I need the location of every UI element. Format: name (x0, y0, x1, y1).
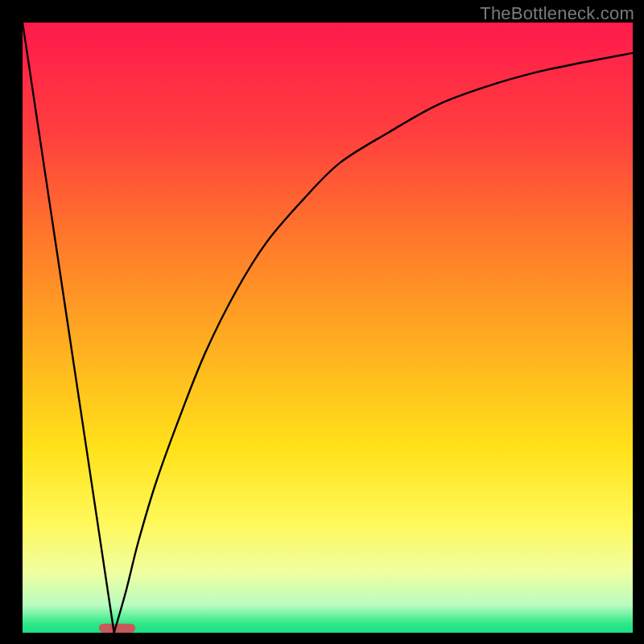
chart-container: TheBottleneck.com (0, 0, 644, 644)
series-right-curve (114, 53, 633, 633)
watermark-text: TheBottleneck.com (480, 3, 634, 24)
plot-area (23, 23, 633, 633)
chart-curves (23, 23, 633, 633)
series-left-line (23, 23, 114, 633)
